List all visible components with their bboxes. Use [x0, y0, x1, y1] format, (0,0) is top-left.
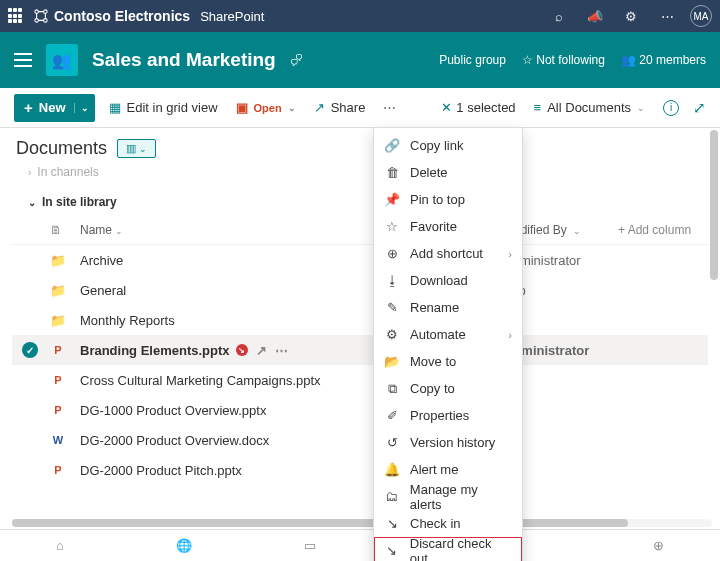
settings-icon[interactable]: ⚙ — [618, 9, 644, 24]
powerpoint-icon: ▣ — [236, 100, 248, 115]
horizontal-scrollbar[interactable] — [12, 519, 712, 527]
nav-toggle-icon[interactable] — [14, 53, 32, 67]
menu-icon: ⧉ — [384, 381, 400, 397]
file-name[interactable]: Branding Elements.pptx — [80, 343, 230, 358]
menu-item-copy to[interactable]: ⧉ Copy to — [374, 375, 522, 402]
close-icon[interactable]: ✕ — [441, 100, 452, 115]
selection-count[interactable]: ✕1 selected — [441, 100, 515, 115]
menu-item-pin to top[interactable]: 📌 Pin to top — [374, 186, 522, 213]
details-pane-button[interactable]: i — [663, 100, 679, 116]
menu-item-discard check out[interactable]: ↘ Discard check out — [374, 537, 522, 561]
menu-item-manage my alerts[interactable]: 🗂 Manage my alerts — [374, 483, 522, 510]
app-launcher-icon[interactable] — [8, 8, 24, 24]
share-button[interactable]: ↗Share — [310, 100, 370, 115]
column-name[interactable]: Name⌄ — [80, 223, 410, 237]
file-name[interactable]: Cross Cultural Marketing Campaigns.pptx — [80, 373, 321, 388]
card-icon[interactable]: ▭ — [304, 538, 316, 553]
column-add[interactable]: + Add column — [618, 223, 708, 237]
file-name[interactable]: DG-1000 Product Overview.pptx — [80, 403, 266, 418]
expand-icon[interactable]: ⤢ — [693, 99, 706, 117]
follow-button[interactable]: ☆ Not following — [522, 53, 605, 67]
row-check-icon[interactable]: ✓ — [22, 342, 38, 358]
vertical-scrollbar[interactable] — [710, 130, 718, 280]
megaphone-icon[interactable]: 📣 — [582, 9, 608, 24]
menu-item-download[interactable]: ⭳ Download — [374, 267, 522, 294]
menu-item-automate[interactable]: ⚙ Automate › — [374, 321, 522, 348]
menu-icon: 🗂 — [384, 489, 400, 504]
org-name: Contoso Electronics — [54, 8, 190, 24]
section-site-library[interactable]: ⌄In site library — [0, 181, 720, 211]
file-type-column-icon[interactable]: 🗎 — [50, 223, 76, 237]
menu-icon: ✎ — [384, 300, 400, 315]
table-row[interactable]: ✓ P Branding Elements.pptx ↘ ↗ ⋯ A few s… — [12, 335, 708, 365]
app-name[interactable]: SharePoint — [200, 9, 264, 24]
site-logo[interactable]: 👥 — [46, 44, 78, 76]
menu-label: Copy link — [410, 138, 463, 153]
share-icon[interactable]: ↗ — [256, 343, 267, 358]
file-name[interactable]: DG-2000 Product Overview.docx — [80, 433, 269, 448]
section-channels[interactable]: ›In channels — [0, 163, 720, 181]
table-row[interactable]: ✓ 📁 Monthly Reports ↘ ↗ ⋯ August — [12, 305, 708, 335]
word-icon: W — [50, 432, 66, 448]
menu-icon: 🔗 — [384, 138, 400, 153]
menu-item-favorite[interactable]: ☆ Favorite — [374, 213, 522, 240]
menu-item-rename[interactable]: ✎ Rename — [374, 294, 522, 321]
library-title: Documents — [16, 138, 107, 159]
edit-grid-button[interactable]: ▦Edit in grid view — [105, 100, 222, 115]
menu-icon: ↺ — [384, 435, 400, 450]
menu-item-properties[interactable]: ✐ Properties — [374, 402, 522, 429]
menu-item-version history[interactable]: ↺ Version history — [374, 429, 522, 456]
table-row[interactable]: ✓ W DG-2000 Product Overview.docx ↘ ↗ ⋯ … — [12, 425, 708, 455]
view-switch[interactable]: ▥ ⌄ — [117, 139, 156, 158]
powerpoint-icon: P — [50, 342, 66, 358]
menu-item-delete[interactable]: 🗑 Delete — [374, 159, 522, 186]
add-icon[interactable]: ⊕ — [653, 538, 664, 553]
menu-icon: ⚙ — [384, 327, 400, 342]
group-visibility: Public group — [439, 53, 506, 67]
menu-label: Download — [410, 273, 468, 288]
menu-label: Version history — [410, 435, 495, 450]
home-icon[interactable]: ⌂ — [56, 538, 64, 553]
menu-item-copy link[interactable]: 🔗 Copy link — [374, 132, 522, 159]
menu-label: Check in — [410, 516, 461, 531]
menu-item-alert me[interactable]: 🔔 Alert me — [374, 456, 522, 483]
file-name[interactable]: DG-2000 Product Pitch.pptx — [80, 463, 242, 478]
menu-icon: ✐ — [384, 408, 400, 423]
plus-icon: + — [24, 100, 33, 115]
new-button[interactable]: + New ⌄ — [14, 94, 95, 122]
list-icon: ≡ — [534, 100, 542, 115]
file-table: 🗎 Name⌄ Modified Modified By ⌄ + Add col… — [0, 211, 720, 485]
globe-icon[interactable]: 🌐 — [176, 538, 192, 553]
chevron-right-icon: › — [508, 248, 512, 260]
table-row[interactable]: ✓ P Cross Cultural Marketing Campaigns.p… — [12, 365, 708, 395]
sort-desc-icon: ⌄ — [115, 226, 123, 236]
menu-item-add shortcut[interactable]: ⊕ Add shortcut › — [374, 240, 522, 267]
file-name[interactable]: General — [80, 283, 126, 298]
menu-item-check in[interactable]: ↘ Check in — [374, 510, 522, 537]
teams-icon[interactable]: 🗪 — [290, 53, 303, 68]
table-row[interactable]: ✓ P DG-2000 Product Pitch.pptx ↘ ↗ ⋯ Aug… — [12, 455, 708, 485]
more-icon[interactable]: ⋯ — [654, 9, 680, 24]
menu-item-move to[interactable]: 📂 Move to — [374, 348, 522, 375]
avatar[interactable]: MA — [690, 5, 712, 27]
view-selector[interactable]: ≡All Documents ⌄ — [530, 100, 649, 115]
site-title[interactable]: Sales and Marketing — [92, 49, 276, 71]
table-row[interactable]: ✓ 📁 General ↘ ↗ ⋯ August app — [12, 275, 708, 305]
chevron-down-icon: ⌄ — [288, 103, 296, 113]
menu-label: Copy to — [410, 381, 455, 396]
org-brand[interactable]: Contoso Electronics — [34, 8, 190, 24]
members-link[interactable]: 👥 20 members — [621, 53, 706, 67]
row-more-icon[interactable]: ⋯ — [275, 343, 288, 358]
open-button[interactable]: ▣Open ⌄ — [232, 100, 300, 115]
overflow-button[interactable]: ⋯ — [379, 100, 400, 115]
table-row[interactable]: ✓ P DG-1000 Product Overview.pptx ↘ ↗ ⋯ … — [12, 395, 708, 425]
table-row[interactable]: ✓ 📁 Archive ↘ ↗ ⋯ Yesterday Administrato… — [12, 245, 708, 275]
file-name[interactable]: Monthly Reports — [80, 313, 175, 328]
menu-icon: 📂 — [384, 354, 400, 369]
file-name[interactable]: Archive — [80, 253, 123, 268]
search-icon[interactable]: ⌕ — [546, 9, 572, 24]
chevron-down-icon: ⌄ — [573, 226, 581, 236]
star-icon: ☆ — [522, 53, 533, 67]
chevron-down-icon: ⌄ — [139, 144, 147, 154]
folder-icon: 📁 — [50, 312, 66, 328]
